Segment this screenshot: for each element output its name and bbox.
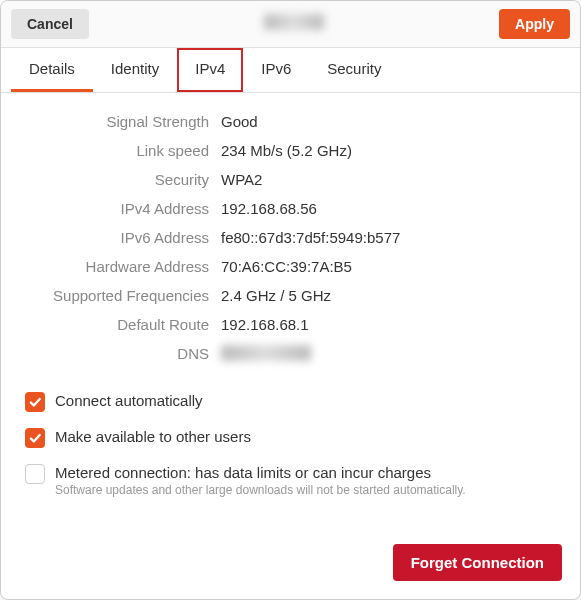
forget-connection-button[interactable]: Forget Connection bbox=[393, 544, 562, 581]
link-speed-value: 234 Mb/s (5.2 GHz) bbox=[221, 142, 562, 159]
ipv6-address-label: IPv6 Address bbox=[19, 229, 209, 246]
tab-details[interactable]: Details bbox=[11, 48, 93, 92]
metered-connection-sublabel: Software updates and other large downloa… bbox=[55, 483, 466, 497]
hardware-address-label: Hardware Address bbox=[19, 258, 209, 275]
hardware-address-value: 70:A6:CC:39:7A:B5 bbox=[221, 258, 562, 275]
dns-value bbox=[221, 345, 562, 364]
link-speed-label: Link speed bbox=[19, 142, 209, 159]
check-icon bbox=[28, 395, 42, 409]
connect-automatically-row: Connect automatically bbox=[25, 392, 562, 412]
tab-security[interactable]: Security bbox=[309, 48, 399, 92]
cancel-button[interactable]: Cancel bbox=[11, 9, 89, 39]
metered-connection-checkbox[interactable] bbox=[25, 464, 45, 484]
ipv4-address-value: 192.168.68.56 bbox=[221, 200, 562, 217]
tab-identity[interactable]: Identity bbox=[93, 48, 177, 92]
metered-connection-label: Metered connection: has data limits or c… bbox=[55, 464, 466, 481]
make-available-label: Make available to other users bbox=[55, 428, 251, 445]
ipv4-address-label: IPv4 Address bbox=[19, 200, 209, 217]
tab-ipv6[interactable]: IPv6 bbox=[243, 48, 309, 92]
ipv6-address-value: fe80::67d3:7d5f:5949:b577 bbox=[221, 229, 562, 246]
network-settings-dialog: Cancel Apply Details Identity IPv4 IPv6 … bbox=[0, 0, 581, 600]
make-available-row: Make available to other users bbox=[25, 428, 562, 448]
supported-frequencies-label: Supported Frequencies bbox=[19, 287, 209, 304]
details-grid: Signal Strength Good Link speed 234 Mb/s… bbox=[19, 113, 562, 364]
connect-automatically-label: Connect automatically bbox=[55, 392, 203, 409]
options-section: Connect automatically Make available to … bbox=[19, 392, 562, 497]
metered-connection-row: Metered connection: has data limits or c… bbox=[25, 464, 562, 497]
dns-label: DNS bbox=[19, 345, 209, 364]
dialog-title bbox=[89, 14, 499, 34]
tab-bar: Details Identity IPv4 IPv6 Security bbox=[1, 48, 580, 93]
dialog-footer: Forget Connection bbox=[1, 544, 580, 599]
make-available-checkbox[interactable] bbox=[25, 428, 45, 448]
default-route-value: 192.168.68.1 bbox=[221, 316, 562, 333]
dialog-header: Cancel Apply bbox=[1, 1, 580, 48]
signal-strength-label: Signal Strength bbox=[19, 113, 209, 130]
supported-frequencies-value: 2.4 GHz / 5 GHz bbox=[221, 287, 562, 304]
signal-strength-value: Good bbox=[221, 113, 562, 130]
content-area: Signal Strength Good Link speed 234 Mb/s… bbox=[1, 93, 580, 544]
tab-ipv4[interactable]: IPv4 bbox=[177, 48, 243, 92]
security-value: WPA2 bbox=[221, 171, 562, 188]
security-label: Security bbox=[19, 171, 209, 188]
default-route-label: Default Route bbox=[19, 316, 209, 333]
connect-automatically-checkbox[interactable] bbox=[25, 392, 45, 412]
apply-button[interactable]: Apply bbox=[499, 9, 570, 39]
check-icon bbox=[28, 431, 42, 445]
